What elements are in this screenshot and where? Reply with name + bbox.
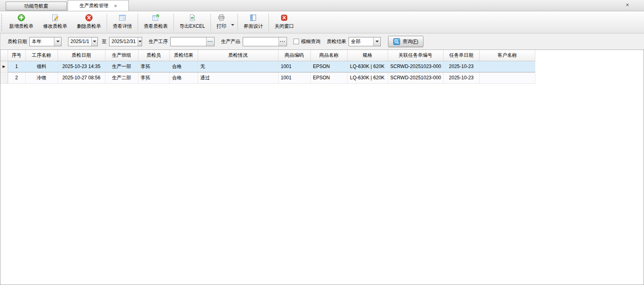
fuzzy-search-checkbox[interactable]	[293, 39, 299, 44]
toolbar-separator	[138, 13, 138, 31]
column-header[interactable]: 工序名称	[25, 50, 58, 61]
column-header[interactable]: 质检员	[138, 50, 169, 61]
table-cell[interactable]	[479, 61, 535, 72]
table-cell[interactable]: 合格	[169, 61, 198, 72]
filter-bar: 质检日期 本年 2025/1/1 至 2025/12/31 生产工序 ··· 生…	[0, 33, 644, 50]
process-label: 生产工序	[149, 38, 168, 45]
toolbar: 新增质检单 修改质检单 删除质检单 查看详情	[0, 11, 644, 33]
table-cell[interactable]	[479, 72, 535, 83]
table-cell[interactable]: 无	[198, 61, 278, 72]
column-header[interactable]: 生产班组	[105, 50, 138, 61]
process-browse-button[interactable]: ···	[206, 37, 214, 46]
date-to-picker[interactable]: 2025/12/31	[109, 37, 142, 46]
export-excel-icon	[188, 14, 196, 22]
search-button-label: 查询(F)	[402, 38, 418, 45]
table-cell[interactable]: LQ-630K | 620K	[347, 61, 388, 72]
ui-design-label: 界面设计	[244, 23, 263, 30]
table-cell[interactable]: 2	[8, 72, 25, 83]
tab-quality-label: 生产质检管理	[79, 2, 108, 9]
row-marker-icon[interactable]: ▶	[0, 61, 8, 72]
search-button[interactable]: 查询(F)	[388, 36, 423, 47]
caret-down-icon	[231, 24, 234, 26]
column-header[interactable]: 商品编码	[278, 50, 310, 61]
table-cell[interactable]: 1001	[278, 72, 310, 83]
fuzzy-search-checkbox-group[interactable]: 模糊查询	[293, 38, 320, 45]
column-header[interactable]: 序号	[8, 50, 25, 61]
tab-quality-management[interactable]: 生产质检管理 ×	[68, 0, 129, 11]
add-icon	[17, 14, 25, 22]
inspection-date-label: 质检日期	[8, 38, 27, 45]
add-inspection-button[interactable]: 新增质检单	[4, 11, 38, 33]
result-select[interactable]: 全部	[349, 37, 381, 46]
table-cell[interactable]: 1001	[278, 61, 310, 72]
table-header-row: 序号工序名称质检日期生产班组质检员质检结果质检情况商品编码商品名称规格关联任务单…	[0, 50, 535, 61]
table-cell[interactable]: 生产一部	[105, 61, 138, 72]
product-browse-button[interactable]: ···	[279, 37, 287, 46]
tab-close-icon[interactable]: ×	[114, 3, 117, 8]
column-header[interactable]: 规格	[347, 50, 388, 61]
table-cell[interactable]: 2025-10-23	[443, 61, 479, 72]
window-close-icon[interactable]: ×	[626, 2, 629, 8]
close-window-label: 关闭窗口	[275, 23, 294, 30]
print-button-group: 打印	[212, 11, 237, 33]
table-cell[interactable]: 通过	[198, 72, 278, 83]
tab-navigation[interactable]: 功能导航窗	[6, 2, 67, 10]
result-value: 全部	[349, 37, 373, 46]
toolbar-separator	[268, 13, 269, 31]
dropdown-arrow-icon[interactable]	[373, 37, 380, 46]
ui-design-icon	[249, 14, 257, 22]
close-window-icon	[280, 14, 288, 22]
dropdown-arrow-icon[interactable]	[138, 37, 142, 46]
dropdown-arrow-icon[interactable]	[54, 37, 61, 46]
date-preset-value: 本年	[30, 37, 54, 46]
column-header[interactable]: 关联任务单编号	[388, 50, 443, 61]
row-selector-cell[interactable]	[0, 72, 8, 83]
view-details-label: 查看详情	[113, 23, 132, 30]
product-input[interactable]	[243, 37, 279, 46]
column-header[interactable]: 任务单日期	[443, 50, 479, 61]
export-excel-button[interactable]: 导出EXCEL	[175, 11, 210, 33]
table-cell[interactable]: LQ-630K | 620K	[347, 72, 388, 83]
table-row[interactable]: 2冷镦2025-10-27 08:56生产二部李拓合格通过1001EPSONLQ…	[0, 72, 535, 83]
table-cell[interactable]: SCRWD-20251023-000	[388, 61, 443, 72]
table-cell[interactable]: EPSON	[310, 61, 347, 72]
delete-inspection-label: 删除质检单	[77, 23, 101, 30]
table-cell[interactable]: 李拓	[138, 61, 169, 72]
table-cell[interactable]: SCRWD-20251023-000	[388, 72, 443, 83]
date-from-picker[interactable]: 2025/1/1	[68, 37, 98, 46]
table-row[interactable]: ▶1领料2025-10-23 14:35生产一部李拓合格无1001EPSONLQ…	[0, 61, 535, 72]
table-cell[interactable]: 2025-10-23	[443, 72, 479, 83]
edit-inspection-button[interactable]: 修改质检单	[38, 11, 72, 33]
print-button[interactable]: 打印	[212, 11, 231, 33]
table-cell[interactable]: 生产二部	[105, 72, 138, 83]
view-report-label: 查看质检表	[144, 23, 168, 30]
date-preset-select[interactable]: 本年	[29, 37, 62, 46]
export-excel-label: 导出EXCEL	[180, 23, 205, 30]
column-header[interactable]: 客户名称	[479, 50, 535, 61]
table-cell[interactable]: 李拓	[138, 72, 169, 83]
date-from-value: 2025/1/1	[68, 37, 91, 46]
process-input[interactable]	[171, 37, 206, 46]
add-inspection-label: 新增质检单	[9, 23, 33, 30]
view-report-button[interactable]: 查看质检表	[139, 11, 173, 33]
fuzzy-search-label: 模糊查询	[301, 38, 320, 45]
delete-inspection-button[interactable]: 删除质检单	[72, 11, 106, 33]
inspection-table: 序号工序名称质检日期生产班组质检员质检结果质检情况商品编码商品名称规格关联任务单…	[0, 50, 535, 84]
table-cell[interactable]: EPSON	[310, 72, 347, 83]
column-header[interactable]: 质检结果	[169, 50, 198, 61]
toolbar-grip[interactable]	[1, 14, 4, 31]
table-cell[interactable]: 2025-10-27 08:56	[58, 72, 105, 83]
column-header[interactable]: 商品名称	[310, 50, 347, 61]
table-cell[interactable]: 领料	[25, 61, 58, 72]
column-header[interactable]: 质检情况	[198, 50, 278, 61]
close-window-button[interactable]: 关闭窗口	[270, 11, 299, 33]
view-details-button[interactable]: 查看详情	[108, 11, 137, 33]
column-header[interactable]: 质检日期	[58, 50, 105, 61]
dropdown-arrow-icon[interactable]	[91, 37, 97, 46]
ui-design-button[interactable]: 界面设计	[239, 11, 268, 33]
table-cell[interactable]: 2025-10-23 14:35	[58, 61, 105, 72]
table-cell[interactable]: 1	[8, 61, 25, 72]
table-cell[interactable]: 合格	[169, 72, 198, 83]
table-cell[interactable]: 冷镦	[25, 72, 58, 83]
print-dropdown-arrow[interactable]	[231, 11, 237, 33]
